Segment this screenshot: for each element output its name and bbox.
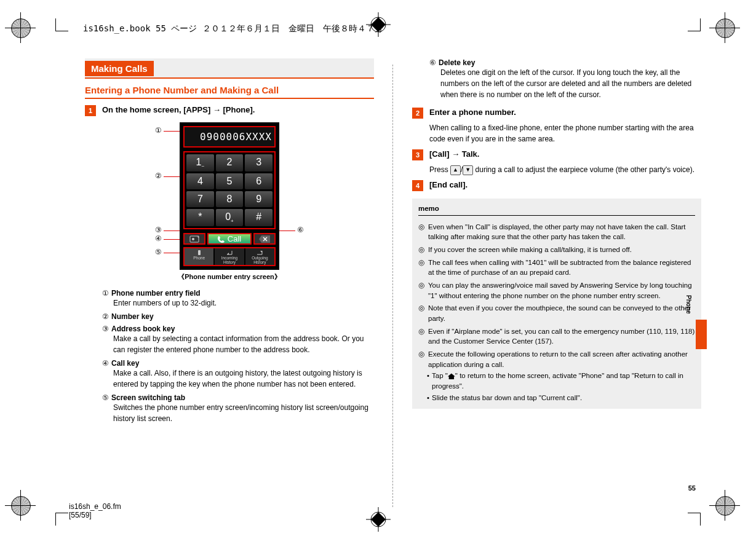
- crop-mark-icon: [688, 18, 701, 31]
- registration-mark-icon: [11, 18, 41, 48]
- callout-6: ⑥: [297, 226, 304, 234]
- item-5-body: Switches the phone number entry screen/i…: [113, 402, 374, 424]
- memo-bullet: ◎You can play the answering/voice mail s…: [418, 280, 695, 301]
- phone-screenshot-figure: ① ② ③ ④ ⑤ ⑥ 0900006XXXX 1~ 2 3 4 5 6 7: [85, 122, 374, 282]
- left-column: Making Calls Entering a Phone Number and…: [85, 58, 374, 507]
- call-key: Call: [207, 233, 252, 245]
- step-4: 4 [End call].: [412, 180, 701, 191]
- keypad-key: 1~: [186, 154, 214, 171]
- item-6-body: Deletes one digit on the left of the cur…: [440, 67, 701, 100]
- memo-box: memo ◎Even when "In Call" is displayed, …: [412, 199, 701, 409]
- screen-switching-tabs: Phone Incoming History Outgoing History: [183, 247, 276, 266]
- callout-1: ①: [155, 126, 162, 135]
- arrow-icon: →: [452, 149, 460, 159]
- phone-number-display: 0900006XXXX: [183, 126, 276, 148]
- keypad-key: 5: [216, 173, 244, 189]
- memo-bullet: ◎Even if "Airplane mode" is set, you can…: [418, 326, 695, 347]
- footer-filename: is16sh_e_06.fm: [69, 502, 121, 511]
- keypad-key: 7: [186, 191, 214, 207]
- item-4-body: Make a call. Also, if there is an outgoi…: [113, 368, 374, 390]
- side-tab-label: Phone: [685, 295, 692, 314]
- memo-bullet: ◎The call fees when calling with "1401" …: [418, 258, 695, 278]
- memo-bullet: ◎Even when "In Call" is displayed, the o…: [418, 222, 695, 242]
- tab-phone: Phone: [185, 248, 213, 265]
- registration-mark-icon: [715, 18, 745, 48]
- step-title: [Call] → Talk.: [429, 149, 479, 159]
- phone-mock: 0900006XXXX 1~ 2 3 4 5 6 7 8 9 * 0+ #: [180, 122, 279, 270]
- item-5-title: ⑤Screen switching tab: [102, 393, 374, 402]
- step-title: On the home screen, [APPS] → [Phone].: [102, 105, 255, 114]
- phone-icon: [218, 235, 225, 243]
- keypad-key: 2: [216, 154, 244, 171]
- footer-page-range: [55/59]: [69, 511, 121, 519]
- memo-sub-bullet: •Slide the status bar down and tap "Curr…: [427, 393, 695, 403]
- step-3-body: Press ▲/▼ during a call to adjust the ea…: [429, 164, 701, 175]
- keypad-key: 4: [186, 173, 214, 189]
- volume-down-key-icon: ▼: [463, 165, 473, 175]
- step-title: Enter a phone number.: [429, 108, 516, 117]
- registration-mark-icon: [715, 496, 745, 526]
- step-2: 2 Enter a phone number.: [412, 108, 701, 119]
- crop-mark-icon: [55, 18, 68, 31]
- keypad-key: *: [186, 209, 214, 226]
- address-book-key-icon: +: [183, 233, 205, 245]
- step-number-badge: 4: [412, 180, 423, 191]
- step-1: 1 On the home screen, [APPS] → [Phone].: [85, 105, 374, 116]
- keypad-key: 0+: [216, 209, 244, 226]
- home-icon: [448, 373, 455, 379]
- svg-rect-11: [198, 250, 201, 255]
- keypad-key: 9: [245, 191, 273, 207]
- step-title: [End call].: [429, 180, 468, 189]
- print-header-line: is16sh_e.book 55 ページ ２０１２年６月１日 金曜日 午後８時４…: [83, 23, 383, 34]
- keypad-key: 8: [216, 191, 244, 207]
- delete-key-icon: [253, 233, 276, 245]
- step-2-body: When calling to a fixed-line phone, ente…: [429, 122, 701, 144]
- item-1-body: Enter numbers of up to 32-digit.: [113, 298, 374, 309]
- callout-5: ⑤: [155, 248, 162, 256]
- registration-mark-icon: [11, 496, 41, 526]
- item-2-title: ②Number key: [102, 312, 374, 321]
- page-number: 55: [688, 484, 696, 492]
- memo-sub-bullet: •Tap "" to return to the home screen, ac…: [427, 371, 695, 391]
- memo-bullet: ◎If you cover the screen while making a …: [418, 245, 695, 255]
- step-number-badge: 1: [85, 105, 96, 116]
- phone-keypad: 1~ 2 3 4 5 6 7 8 9 * 0+ #: [183, 151, 276, 229]
- section-heading: Making Calls: [85, 58, 374, 79]
- subsection-title: Entering a Phone Number and Making a Cal…: [85, 82, 374, 99]
- keypad-key: 3: [245, 154, 273, 171]
- tab-outgoing-history: Outgoing History: [245, 248, 274, 265]
- memo-bullet: ◎Note that even if you cover the mouthpi…: [418, 303, 695, 323]
- memo-bullet: ◎Execute the following operations to ret…: [418, 349, 695, 369]
- step-title-text: [Phone].: [221, 105, 255, 114]
- step-title-text: On the home screen, [APPS]: [102, 105, 213, 114]
- footer-file-info: is16sh_e_06.fm [55/59]: [69, 502, 121, 519]
- step-3: 3 [Call] → Talk.: [412, 149, 701, 160]
- keypad-key: #: [245, 209, 273, 226]
- callout-4: ④: [155, 234, 162, 243]
- memo-title: memo: [418, 203, 695, 216]
- svg-text:+: +: [197, 235, 199, 240]
- step-number-badge: 2: [412, 108, 423, 119]
- arrow-icon: →: [213, 105, 221, 114]
- right-column: ⑥Delete key Deletes one digit on the lef…: [412, 58, 701, 507]
- outgoing-icon: [257, 250, 263, 255]
- callout-definition-list-continued: ⑥Delete key Deletes one digit on the lef…: [429, 58, 701, 100]
- item-3-body: Make a call by selecting a contact infor…: [113, 333, 374, 355]
- column-divider: [392, 65, 394, 507]
- step-number-badge: 3: [412, 149, 423, 160]
- crop-mark-icon: [688, 513, 701, 526]
- tab-incoming-history: Incoming History: [215, 248, 244, 265]
- item-4-title: ④Call key: [102, 359, 374, 368]
- incoming-icon: [226, 250, 233, 255]
- section-title: Making Calls: [85, 61, 154, 76]
- figure-caption: 《Phone number entry screen》: [85, 272, 374, 282]
- side-tab-marker: [696, 320, 707, 349]
- keypad-key: 6: [245, 173, 273, 189]
- svg-point-7: [192, 238, 194, 240]
- phone-tab-icon: [196, 250, 202, 255]
- crop-mark-icon: [55, 513, 68, 526]
- item-6-title: ⑥Delete key: [429, 58, 701, 67]
- item-1-title: ①Phone number entry field: [102, 289, 374, 298]
- callout-definition-list: ①Phone number entry field Enter numbers …: [102, 289, 374, 424]
- item-3-title: ③Address book key: [102, 325, 374, 333]
